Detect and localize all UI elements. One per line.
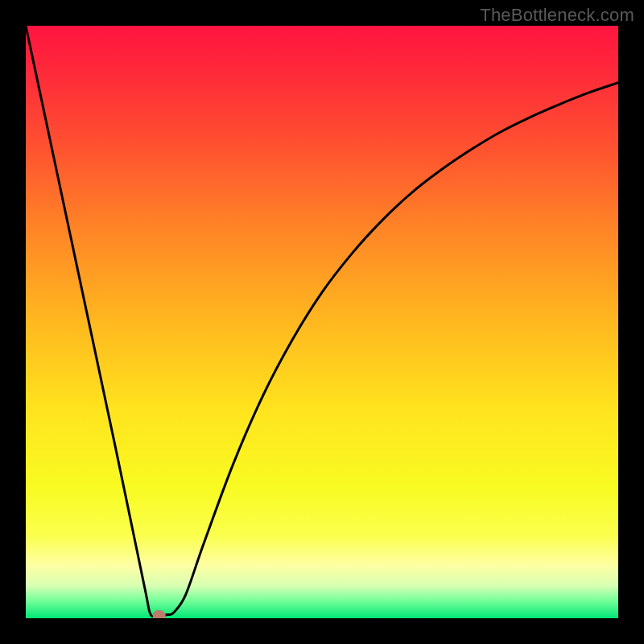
plot-area: [26, 26, 618, 618]
chart-frame: TheBottleneck.com: [0, 0, 644, 644]
chart-background: [26, 26, 618, 618]
bottleneck-curve-chart: [26, 26, 618, 618]
watermark-text: TheBottleneck.com: [480, 5, 634, 26]
